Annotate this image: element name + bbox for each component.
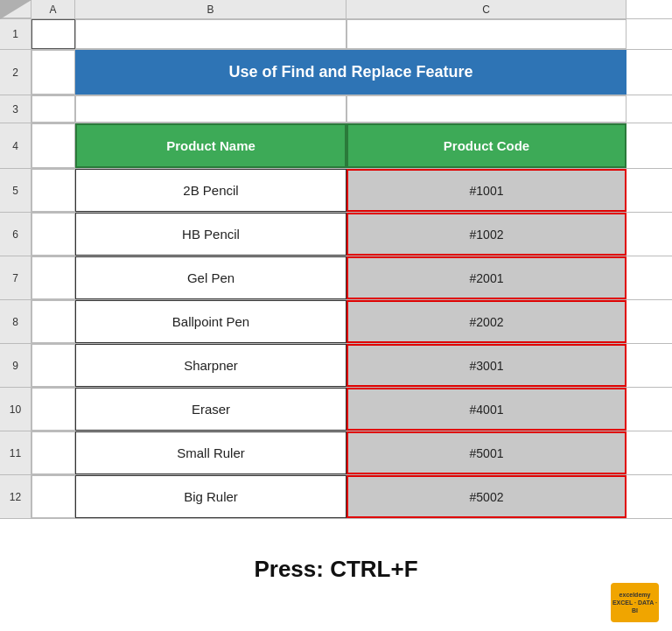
cell-3a[interactable] [32, 95, 75, 123]
cell-12c-product-code[interactable]: #5002 [346, 475, 626, 518]
grid-row-2: 2 Use of Find and Replace Feature [0, 50, 672, 95]
grid-row-3: 3 [0, 95, 672, 123]
cell-9a[interactable] [32, 344, 75, 387]
column-headers: A B C [0, 0, 672, 19]
cell-1a[interactable] [32, 19, 75, 49]
row-num-1: 1 [0, 19, 32, 49]
cell-10b-product-name[interactable]: Eraser [75, 388, 346, 431]
cell-7c-product-code[interactable]: #2001 [346, 256, 626, 299]
cell-6a[interactable] [32, 213, 75, 256]
cell-3c[interactable] [346, 95, 626, 123]
corner-cell [0, 0, 32, 18]
header-product-name: Product Name [75, 123, 346, 168]
row-num-3: 3 [0, 95, 32, 123]
col-header-c: C [346, 0, 626, 18]
cell-8b-product-name[interactable]: Ballpoint Pen [75, 300, 346, 343]
grid-row-8: 8 Ballpoint Pen #2002 [0, 300, 672, 344]
col-header-b: B [75, 0, 346, 18]
grid-row-11: 11 Small Ruler #5001 [0, 431, 672, 475]
row-num-6: 6 [0, 213, 32, 256]
row-num-10: 10 [0, 388, 32, 431]
cell-10c-product-code[interactable]: #4001 [346, 388, 626, 431]
cell-4a[interactable] [32, 123, 75, 168]
cell-8c-product-code[interactable]: #2002 [346, 300, 626, 343]
title-text: Use of Find and Replace Feature [228, 63, 472, 81]
cell-11a[interactable] [32, 431, 75, 474]
row-num-7: 7 [0, 256, 32, 299]
cell-5b-product-name[interactable]: 2B Pencil [75, 169, 346, 212]
row-num-4: 4 [0, 123, 32, 168]
grid-row-7: 7 Gel Pen #2001 [0, 256, 672, 300]
row-num-2: 2 [0, 50, 32, 95]
spreadsheet: A B C 1 2 Use of Find and Replace Featur… [0, 0, 672, 631]
row-num-8: 8 [0, 300, 32, 343]
cell-7a[interactable] [32, 256, 75, 299]
header-product-code: Product Code [346, 123, 626, 168]
row-num-5: 5 [0, 169, 32, 212]
grid: 1 2 Use of Find and Replace Feature 3 4 … [0, 19, 672, 519]
row-num-11: 11 [0, 431, 32, 474]
grid-row-12: 12 Big Ruler #5002 [0, 475, 672, 519]
cell-8a[interactable] [32, 300, 75, 343]
bottom-area: Press: CTRL+F [0, 556, 672, 583]
grid-row-10: 10 Eraser #4001 [0, 388, 672, 431]
grid-row-9: 9 Sharpner #3001 [0, 344, 672, 388]
cell-6c-product-code[interactable]: #1002 [346, 213, 626, 256]
row-num-12: 12 [0, 475, 32, 518]
cell-9b-product-name[interactable]: Sharpner [75, 344, 346, 387]
grid-row-6: 6 HB Pencil #1002 [0, 213, 672, 256]
title-cell: Use of Find and Replace Feature [75, 50, 626, 95]
cell-12a[interactable] [32, 475, 75, 518]
logo-text: exceldemyEXCEL · DATA · BI [611, 591, 659, 614]
cell-12b-product-name[interactable]: Big Ruler [75, 475, 346, 518]
cell-5c-product-code[interactable]: #1001 [346, 169, 626, 212]
cell-9c-product-code[interactable]: #3001 [346, 344, 626, 387]
grid-row-4: 4 Product Name Product Code [0, 123, 672, 169]
cell-11c-product-code[interactable]: #5001 [346, 431, 626, 474]
logo-badge: exceldemyEXCEL · DATA · BI [611, 583, 659, 622]
row-num-9: 9 [0, 344, 32, 387]
grid-row-5: 5 2B Pencil #1001 [0, 169, 672, 213]
cell-6b-product-name[interactable]: HB Pencil [75, 213, 346, 256]
col-header-a: A [32, 0, 75, 18]
bottom-text: Press: CTRL+F [254, 556, 417, 583]
cell-1b[interactable] [75, 19, 346, 49]
cell-11b-product-name[interactable]: Small Ruler [75, 431, 346, 474]
cell-10a[interactable] [32, 388, 75, 431]
cell-2a[interactable] [32, 50, 75, 95]
cell-3b[interactable] [75, 95, 346, 123]
cell-1c[interactable] [346, 19, 626, 49]
cell-7b-product-name[interactable]: Gel Pen [75, 256, 346, 299]
grid-row-1: 1 [0, 19, 672, 50]
cell-5a[interactable] [32, 169, 75, 212]
